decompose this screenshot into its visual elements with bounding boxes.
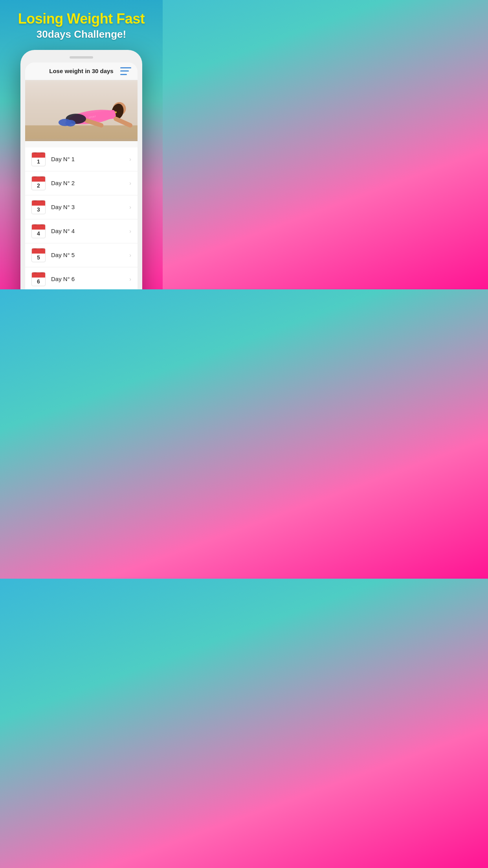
image-spacer: [25, 141, 138, 147]
app-navbar: Lose weight in 30 days: [25, 63, 138, 80]
calendar-icon: 1: [31, 152, 46, 166]
header-section: Losing Weight Fast 30days Challenge!: [0, 0, 163, 47]
days-list: 1 Day N° 1 › 2 Day N° 2 ›: [25, 147, 138, 289]
day-label: Day N° 2: [51, 180, 129, 186]
day-item[interactable]: 4 Day N° 4 ›: [25, 219, 138, 243]
day-label: Day N° 4: [51, 228, 129, 234]
workout-image: SPORT: [25, 80, 138, 141]
calendar-icon: 4: [31, 224, 46, 238]
day-number: 1: [32, 158, 45, 166]
day-number: 2: [32, 182, 45, 189]
svg-point-10: [65, 120, 75, 127]
calendar-icon: 2: [31, 176, 46, 190]
day-number: 6: [32, 278, 45, 285]
menu-line-2: [120, 70, 129, 72]
chevron-right-icon: ›: [129, 180, 131, 186]
chevron-right-icon: ›: [129, 252, 131, 258]
day-label: Day N° 1: [51, 156, 129, 162]
chevron-right-icon: ›: [129, 228, 131, 234]
phone-speaker: [70, 56, 93, 59]
phone-screen: Lose weight in 30 days: [25, 63, 138, 289]
menu-line-1: [120, 67, 131, 68]
calendar-icon: 6: [31, 272, 46, 286]
day-label: Day N° 3: [51, 204, 129, 210]
chevron-right-icon: ›: [129, 276, 131, 282]
menu-icon[interactable]: [120, 67, 131, 75]
chevron-right-icon: ›: [129, 156, 131, 162]
phone-container: Lose weight in 30 days: [20, 50, 142, 289]
main-title: Losing Weight Fast: [8, 11, 155, 27]
calendar-icon: 3: [31, 200, 46, 214]
menu-line-3: [120, 74, 127, 75]
svg-rect-0: [25, 125, 138, 138]
day-item[interactable]: 5 Day N° 5 ›: [25, 243, 138, 267]
day-label: Day N° 6: [51, 276, 129, 282]
chevron-right-icon: ›: [129, 204, 131, 210]
calendar-icon: 5: [31, 248, 46, 262]
svg-point-11: [115, 111, 117, 113]
sub-title: 30days Challenge!: [8, 28, 155, 40]
day-item[interactable]: 3 Day N° 3 ›: [25, 195, 138, 219]
day-item[interactable]: 2 Day N° 2 ›: [25, 171, 138, 195]
day-item[interactable]: 1 Day N° 1 ›: [25, 147, 138, 171]
day-item[interactable]: 6 Day N° 6 ›: [25, 267, 138, 289]
day-number: 5: [32, 254, 45, 261]
day-number: 4: [32, 230, 45, 237]
workout-svg: SPORT: [25, 80, 138, 141]
navbar-title: Lose weight in 30 days: [49, 68, 113, 74]
day-number: 3: [32, 206, 45, 213]
day-label: Day N° 5: [51, 252, 129, 258]
